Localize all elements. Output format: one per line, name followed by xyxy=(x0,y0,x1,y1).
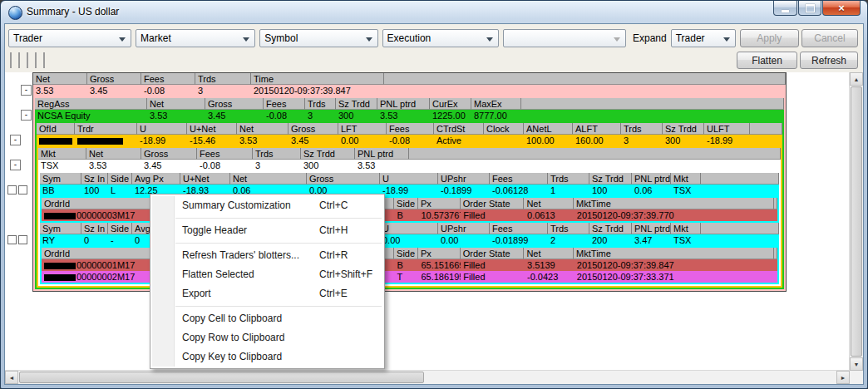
cell[interactable]: 3.47 xyxy=(632,234,671,246)
minimize-button[interactable] xyxy=(773,1,797,16)
cell[interactable]: B xyxy=(395,259,419,271)
cell[interactable]: 1225.00 xyxy=(430,110,471,121)
cell[interactable]: 3 xyxy=(253,160,301,171)
cell[interactable]: -15.46 xyxy=(187,135,237,146)
cell[interactable]: 3.45 xyxy=(87,85,141,96)
cell[interactable]: TSX xyxy=(38,160,86,171)
menu-item-export[interactable]: ExportCtrl+E xyxy=(150,284,384,303)
cell[interactable]: 20150120-09:37:39.847 xyxy=(251,85,384,96)
menu-item-refresh-traders-blotters[interactable]: Refresh Traders' blotters...Ctrl+R xyxy=(150,246,384,265)
cell[interactable]: 20150120-09:37:33.371 xyxy=(575,271,775,283)
cell[interactable]: BB xyxy=(40,185,81,196)
cell[interactable]: 3.53 xyxy=(147,110,205,121)
blotter-data-row[interactable]: -18.99-15.463.533.450.00-0.08Active100.0… xyxy=(37,135,782,146)
flatten-button[interactable]: Flatten xyxy=(737,52,797,69)
execution-filter-combo[interactable]: Execution xyxy=(382,29,499,47)
horizontal-scrollbar[interactable]: ◄ ► xyxy=(5,370,850,384)
cell[interactable]: -0.1899 xyxy=(438,185,490,196)
cell[interactable]: -0.08 xyxy=(141,85,195,96)
cell[interactable]: -0.0423 xyxy=(525,271,575,283)
cell[interactable]: 100 xyxy=(81,185,108,196)
cell[interactable]: TSX xyxy=(671,234,701,246)
cell[interactable]: 0.0613 xyxy=(525,209,575,221)
extra-color-filter[interactable] xyxy=(43,52,45,68)
cell[interactable]: 3.53 xyxy=(86,160,141,171)
blotter-data-row[interactable]: NCSA Equity3.533.45-0.0833003.531225.008… xyxy=(35,110,784,121)
cell[interactable]: -18.99 xyxy=(380,185,438,196)
collapse-toggle[interactable]: - xyxy=(21,110,32,121)
cell[interactable]: 65.151669 xyxy=(418,259,461,271)
cell[interactable]: 300 xyxy=(336,110,377,121)
cell[interactable]: 8777.00 xyxy=(471,110,521,121)
cell[interactable]: 20150120-09:37:39.847 xyxy=(575,259,775,271)
scroll-up-button[interactable]: ▲ xyxy=(850,72,863,86)
cell[interactable]: 3 xyxy=(195,85,251,96)
cell[interactable]: NCSA Equity xyxy=(35,110,147,121)
cell[interactable]: 0.00 xyxy=(380,234,438,246)
collapse-toggle[interactable]: - xyxy=(10,160,21,170)
scroll-down-button[interactable]: ▼ xyxy=(850,357,863,371)
cell[interactable]: 0 xyxy=(81,234,108,246)
refresh-button[interactable]: Refresh xyxy=(800,52,858,69)
cell[interactable]: -0.06128 xyxy=(490,185,548,196)
cell[interactable]: 3.53 xyxy=(377,110,430,121)
cell[interactable]: Filled xyxy=(461,259,525,271)
cell[interactable]: 300 xyxy=(301,160,355,171)
cell[interactable]: 0.00 xyxy=(438,234,490,246)
row-checkbox[interactable] xyxy=(18,185,27,194)
collapse-toggle[interactable]: - xyxy=(10,135,21,145)
trader-filter-combo[interactable]: Trader xyxy=(8,29,131,47)
menu-item-flatten-selected[interactable]: Flatten SelectedCtrl+Shift+F xyxy=(150,265,384,284)
scroll-left-button[interactable]: ◄ xyxy=(5,371,18,384)
cell[interactable]: -0.01899 xyxy=(490,234,548,246)
cell[interactable]: 3.45 xyxy=(289,135,338,146)
cell[interactable]: 3.53 xyxy=(237,135,289,146)
cell[interactable] xyxy=(75,135,137,146)
cell[interactable]: -18.99 xyxy=(704,135,750,146)
blotter-data-row[interactable]: TSX3.533.45-0.0833003.53 xyxy=(38,160,781,171)
cell[interactable]: 3.53 xyxy=(355,160,409,171)
vertical-scrollbar[interactable]: ▲ ▼ xyxy=(849,72,863,371)
cell[interactable]: 65.186195 xyxy=(418,271,461,283)
cell[interactable]: RY xyxy=(40,234,81,246)
cell[interactable]: -18.99 xyxy=(137,135,187,146)
maximize-button[interactable] xyxy=(798,1,821,16)
cell[interactable]: 160.00 xyxy=(573,135,621,146)
cell[interactable]: - xyxy=(108,234,132,246)
cell[interactable]: L xyxy=(108,185,132,196)
cell[interactable]: Active xyxy=(434,135,484,146)
cell[interactable]: 3.5139 xyxy=(525,259,575,271)
cell[interactable]: -0.08 xyxy=(264,110,305,121)
collapse-toggle[interactable]: - xyxy=(21,85,32,96)
title-bar[interactable]: Summary - US dollar × xyxy=(1,1,867,23)
row-checkbox[interactable] xyxy=(7,235,17,244)
blotter-data-row[interactable]: 3.533.45-0.08320150120-09:37:39.847 xyxy=(33,85,786,96)
expand-combo[interactable]: Trader xyxy=(671,29,736,47)
cell[interactable]: 100 xyxy=(589,185,632,196)
cell[interactable]: 1 xyxy=(548,185,589,196)
cell[interactable]: Filled xyxy=(461,209,525,221)
execution-color-filter[interactable] xyxy=(35,52,37,68)
apply-button[interactable]: Apply xyxy=(740,29,799,47)
scroll-right-button[interactable]: ► xyxy=(836,371,850,384)
symbol-filter-combo[interactable]: Symbol xyxy=(259,29,377,47)
hscroll-thumb[interactable] xyxy=(19,372,424,383)
menu-item-summary-customization[interactable]: Summary CustomizationCtrl+C xyxy=(150,196,384,215)
cell[interactable]: 3.45 xyxy=(141,160,197,171)
cell[interactable]: 10.573767 xyxy=(418,209,461,221)
cell[interactable]: T xyxy=(395,271,419,283)
cell[interactable]: 0.00 xyxy=(338,135,387,146)
cell[interactable]: 3 xyxy=(621,135,663,146)
vscroll-thumb[interactable] xyxy=(851,86,862,357)
cell[interactable]: 100.00 xyxy=(524,135,573,146)
cell[interactable]: 2 xyxy=(548,234,589,246)
menu-item-copy-cell[interactable]: Copy Cell to Clipboard xyxy=(150,309,384,328)
row-checkbox[interactable] xyxy=(18,235,27,244)
cell[interactable]: 20150120-09:37:39.770 xyxy=(575,209,775,221)
cell[interactable]: TSX xyxy=(671,185,701,196)
market-color-filter[interactable] xyxy=(18,52,20,68)
cell[interactable]: Filled xyxy=(461,271,525,283)
cell[interactable]: B xyxy=(395,209,419,221)
menu-item-copy-key[interactable]: Copy Key to Clipboard xyxy=(150,347,384,367)
cell[interactable]: -0.08 xyxy=(197,160,253,171)
